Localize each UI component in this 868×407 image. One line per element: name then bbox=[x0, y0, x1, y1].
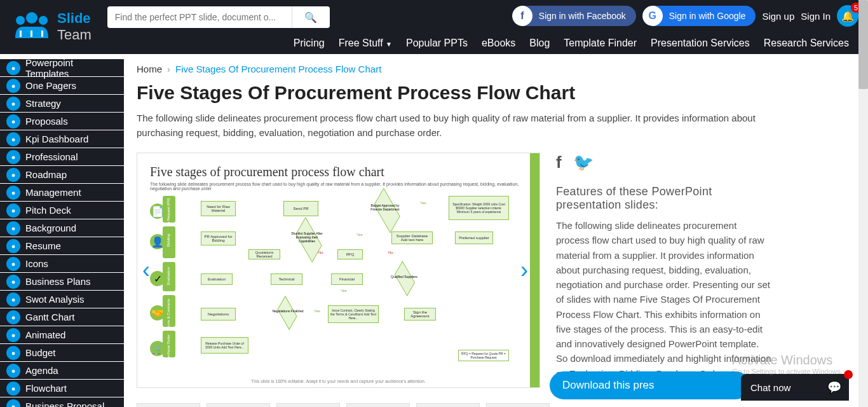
download-button[interactable]: Download this pres bbox=[550, 371, 750, 399]
sidebar-item-management[interactable]: ●Management bbox=[0, 184, 124, 201]
sidebar-item-business-plans[interactable]: ●Business Plans bbox=[0, 273, 124, 290]
sidebar-item-label: One Pagers bbox=[25, 80, 76, 91]
sidebar-icon: ● bbox=[6, 346, 20, 360]
twitter-share-icon[interactable]: 🐦 bbox=[573, 153, 593, 172]
flow-box: Send PR bbox=[283, 201, 318, 216]
nav-pricing[interactable]: Pricing bbox=[294, 38, 325, 49]
flow-yes: Yes bbox=[420, 201, 426, 205]
sidebar-item-business-proposal[interactable]: ●Business Proposal bbox=[0, 397, 124, 407]
flow-box: PR Approved for Bidding bbox=[201, 231, 236, 245]
flow-box: Specification: Weight 3000 units Cost $5… bbox=[449, 196, 509, 220]
sidebar-item-animated[interactable]: ●Animated bbox=[0, 326, 124, 343]
nav-blog[interactable]: Blog bbox=[529, 38, 550, 49]
features-text: The following slide delineates procureme… bbox=[556, 218, 772, 396]
sidebar-icon: ● bbox=[6, 364, 20, 378]
carousel-prev-button[interactable]: ‹ bbox=[142, 257, 150, 284]
sidebar-item-label: Powerpoint Templates bbox=[25, 57, 118, 79]
sidebar-item-label: Management bbox=[25, 187, 81, 198]
breadcrumb-home[interactable]: Home bbox=[137, 64, 162, 74]
flow-decision bbox=[395, 261, 415, 296]
thumb-item[interactable] bbox=[346, 403, 410, 407]
sidebar-icon: ● bbox=[6, 239, 20, 253]
sidebar-item-proposals[interactable]: ●Proposals bbox=[0, 113, 124, 130]
flow-label: Qualified Suppliers bbox=[385, 275, 423, 279]
sidebar-item-kpi-dashboard[interactable]: ●Kpi Dashboard bbox=[0, 130, 124, 148]
signup-link[interactable]: Sign up bbox=[762, 11, 794, 22]
thumb-item[interactable] bbox=[486, 403, 550, 407]
scrollbar[interactable] bbox=[858, 0, 868, 407]
thumb-item[interactable] bbox=[207, 403, 270, 407]
header: Slide Team 🔍 f Sign in with Facebook G S… bbox=[0, 0, 868, 54]
thumb-item[interactable] bbox=[276, 403, 340, 407]
facebook-signin-button[interactable]: f Sign in with Facebook bbox=[512, 6, 636, 26]
sidebar-item-powerpoint-templates[interactable]: ●Powerpoint Templates bbox=[0, 59, 124, 76]
sidebar-item-label: Proposals bbox=[25, 116, 68, 127]
sidebar-item-flowchart[interactable]: ●Flowchart bbox=[0, 380, 124, 397]
svg-point-0 bbox=[26, 12, 37, 24]
chat-icon: 💬 bbox=[827, 380, 841, 394]
thumb-item[interactable] bbox=[137, 403, 200, 407]
flow-no: No bbox=[318, 251, 323, 254]
sidebar-item-budget[interactable]: ●Budget bbox=[0, 344, 124, 361]
breadcrumb-current[interactable]: Five Stages Of Procurement Process Flow … bbox=[175, 64, 381, 74]
flow-box: Supplier Database Add text here bbox=[391, 231, 433, 244]
search-button[interactable]: 🔍 bbox=[292, 6, 330, 28]
flow-no: No bbox=[388, 251, 393, 254]
sidebar-item-label: Pitch Deck bbox=[25, 205, 71, 216]
logo-text-team: Team bbox=[57, 27, 92, 43]
stage-label-3: Evaluation bbox=[166, 267, 170, 285]
sidebar-icon: ● bbox=[6, 150, 20, 164]
sidebar-item-gantt-chart[interactable]: ●Gantt Chart bbox=[0, 308, 124, 326]
nav-research-services[interactable]: Research Services bbox=[764, 38, 849, 49]
chevron-right-icon: › bbox=[167, 64, 170, 74]
flow-box: Preferred supplier bbox=[455, 231, 493, 244]
svg-point-2 bbox=[39, 16, 48, 25]
nav-presentation-services[interactable]: Presentation Services bbox=[651, 38, 750, 49]
flow-box: Sign the Agreement bbox=[404, 308, 436, 321]
sidebar-item-label: Icons bbox=[25, 258, 48, 269]
sidebar-item-background[interactable]: ●Background bbox=[0, 219, 124, 237]
sidebar-icon: ● bbox=[6, 168, 20, 182]
notifications-button[interactable]: 🔔 5 bbox=[837, 5, 858, 27]
breadcrumb: Home › Five Stages Of Procurement Proces… bbox=[137, 64, 845, 74]
sidebar-item-resume[interactable]: ●Resume bbox=[0, 237, 124, 254]
sidebar-icon: ● bbox=[6, 61, 20, 75]
nav-freestuff[interactable]: Free Stuff ▼ bbox=[339, 38, 392, 49]
sidebar-icon: ● bbox=[6, 79, 20, 93]
svg-point-1 bbox=[16, 16, 25, 25]
signin-link[interactable]: Sign In bbox=[801, 11, 831, 22]
nav-popular[interactable]: Popular PPTs bbox=[406, 38, 468, 49]
flow-label: Negotiations Finalized bbox=[269, 309, 307, 313]
flow-box: Evaluation bbox=[201, 273, 233, 285]
thumb-item[interactable] bbox=[416, 403, 480, 407]
sidebar-icon: ● bbox=[6, 97, 20, 111]
sidebar-item-label: Background bbox=[25, 223, 76, 233]
slide-preview[interactable]: ‹ › Five stages of procurement process f… bbox=[137, 153, 540, 388]
sidebar-item-one-pagers[interactable]: ●One Pagers bbox=[0, 77, 124, 94]
flow-legend: RFQ = Request for Quote PR = Purchase Re… bbox=[458, 350, 509, 361]
search-input[interactable] bbox=[107, 6, 292, 28]
slide-footer: This slide is 100% editable. Adapt it to… bbox=[137, 379, 539, 383]
sidebar-item-swot-analysis[interactable]: ●Swot Analysis bbox=[0, 291, 124, 308]
sidebar-item-strategy[interactable]: ●Strategy bbox=[0, 95, 124, 112]
logo[interactable]: Slide Team bbox=[0, 5, 101, 48]
carousel-next-button[interactable]: › bbox=[520, 257, 528, 284]
facebook-share-icon[interactable]: f bbox=[556, 153, 562, 172]
sidebar-item-label: Agenda bbox=[25, 365, 58, 376]
flow-yes: Yes bbox=[314, 309, 320, 313]
chat-widget[interactable]: Chat now 💬 bbox=[741, 374, 849, 401]
sidebar-item-pitch-deck[interactable]: ●Pitch Deck bbox=[0, 202, 124, 219]
nav-ebooks[interactable]: eBooks bbox=[482, 38, 515, 49]
google-signin-button[interactable]: G Sign in with Google bbox=[642, 6, 756, 26]
google-icon: G bbox=[642, 6, 663, 26]
sidebar-item-professional[interactable]: ●Professional bbox=[0, 148, 124, 165]
sidebar-icon: ● bbox=[6, 221, 20, 235]
sidebar-item-roadmap[interactable]: ●Roadmap bbox=[0, 166, 124, 183]
chat-badge bbox=[844, 370, 853, 379]
nav-template-finder[interactable]: Template Finder bbox=[564, 38, 637, 49]
scrollbar-thumb[interactable] bbox=[858, 0, 868, 89]
sidebar-icon: ● bbox=[6, 382, 20, 396]
sidebar-item-label: Gantt Chart bbox=[25, 312, 75, 322]
sidebar-item-agenda[interactable]: ●Agenda bbox=[0, 362, 124, 379]
sidebar-item-icons[interactable]: ●Icons bbox=[0, 255, 124, 272]
